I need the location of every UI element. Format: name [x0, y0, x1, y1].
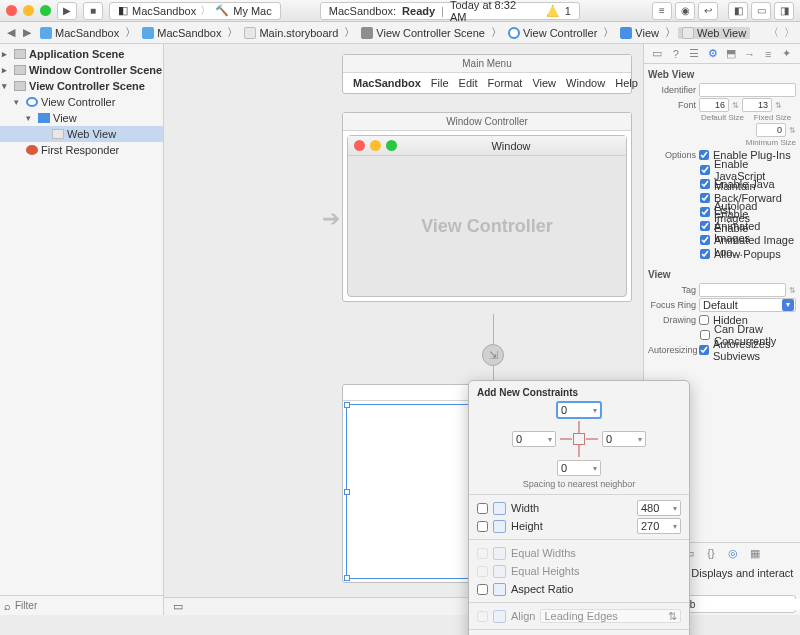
- nav-back-icon[interactable]: ◀: [4, 26, 18, 40]
- crumb-vc[interactable]: View Controller: [504, 27, 601, 39]
- inspector-tab-bar: ▭ ? ☰ ⚙ ⬒ → ≡ ✦: [644, 44, 800, 64]
- node-webview[interactable]: Web View: [0, 126, 163, 142]
- width-icon: [493, 502, 506, 515]
- add-constraints-popover: Add New Constraints 0▾ 0▾ 0▾ 0▾ Spacing …: [468, 380, 690, 635]
- align-check: [477, 611, 488, 622]
- crumb-group[interactable]: MacSandbox: [138, 27, 225, 39]
- opt-java[interactable]: [700, 179, 710, 189]
- window-controller-object[interactable]: Window Controller Window View Controller: [342, 112, 632, 302]
- size-inspector-icon[interactable]: ⬒: [724, 47, 738, 61]
- opt-popups[interactable]: [700, 249, 710, 259]
- identifier-field[interactable]: [699, 83, 796, 97]
- toggle-inspector-icon[interactable]: ◨: [774, 2, 794, 20]
- window-controller-title: Window Controller: [343, 113, 631, 131]
- crumb-webview[interactable]: Web View: [678, 27, 750, 39]
- toggle-navigator-icon[interactable]: ◧: [728, 2, 748, 20]
- aspect-check[interactable]: [477, 584, 488, 595]
- spacing-hint: Spacing to nearest neighbor: [477, 479, 681, 489]
- effects-inspector-icon[interactable]: ✦: [780, 47, 794, 61]
- editor-version-icon[interactable]: ↩: [698, 2, 718, 20]
- outline-toggle-icon[interactable]: ▭: [170, 600, 186, 614]
- node-vc[interactable]: ▾View Controller: [0, 94, 163, 110]
- identity-inspector-icon[interactable]: ☰: [687, 47, 701, 61]
- section-webview: Web View: [648, 67, 796, 82]
- font-fixed-field[interactable]: 13: [742, 98, 772, 112]
- run-button[interactable]: ▶: [57, 2, 77, 20]
- help-inspector-icon[interactable]: ?: [669, 47, 683, 61]
- document-outline: ▸Application Scene ▸Window Controller Sc…: [0, 44, 164, 615]
- lib-objects-icon[interactable]: ◎: [726, 546, 740, 560]
- width-check[interactable]: [477, 503, 488, 514]
- node-first-responder[interactable]: First Responder: [0, 142, 163, 158]
- resize-handle[interactable]: [344, 575, 350, 581]
- main-menu-object[interactable]: Main Menu MacSandboxFileEditFormatViewWi…: [342, 54, 632, 94]
- opt-concurrent[interactable]: [700, 330, 710, 340]
- nav-next-icon[interactable]: 〉: [782, 26, 796, 40]
- library-search-input[interactable]: [677, 599, 800, 610]
- height-icon: [493, 520, 506, 533]
- crumb-scene[interactable]: View Controller Scene: [357, 27, 489, 39]
- top-spacing-field[interactable]: 0▾: [557, 402, 601, 418]
- crumb-project[interactable]: MacSandbox: [36, 27, 123, 39]
- outline-filter[interactable]: ⌕: [0, 595, 163, 615]
- app-icon: ◧: [118, 4, 128, 17]
- equal-widths-check: [477, 548, 488, 559]
- warning-icon[interactable]: [547, 5, 559, 17]
- section-view: View: [648, 267, 796, 282]
- scene-window-controller[interactable]: ▸Window Controller Scene: [0, 62, 163, 78]
- jump-bar: ◀ ▶ MacSandbox 〉 MacSandbox 〉 Main.story…: [0, 22, 800, 44]
- crumb-storyboard[interactable]: Main.storyboard: [240, 27, 342, 39]
- aspect-icon: [493, 583, 506, 596]
- opt-backfwd[interactable]: [700, 193, 710, 203]
- scheme-selector[interactable]: ◧ MacSandbox 〉 🔨 My Mac: [109, 2, 281, 20]
- file-inspector-icon[interactable]: ▭: [650, 47, 664, 61]
- resize-handle[interactable]: [344, 402, 350, 408]
- window-titlebar: ▶ ■ ◧ MacSandbox 〉 🔨 My Mac MacSandbox: …: [0, 0, 800, 22]
- focus-ring-select[interactable]: Default▾: [699, 298, 796, 312]
- min-size-field[interactable]: 0: [756, 123, 786, 137]
- opt-plugins[interactable]: [699, 150, 709, 160]
- opt-js[interactable]: [700, 165, 710, 175]
- zoom-icon[interactable]: [40, 5, 51, 16]
- initial-vc-arrow-icon[interactable]: ➔: [322, 206, 340, 232]
- tag-field[interactable]: [699, 283, 786, 297]
- node-view[interactable]: ▾View: [0, 110, 163, 126]
- opt-anim-loop[interactable]: [700, 235, 710, 245]
- activity-status: MacSandbox: Ready | Today at 8:32 AM 1: [320, 2, 580, 20]
- align-select: Leading Edges⇅: [540, 609, 681, 623]
- crumb-view[interactable]: View: [616, 27, 663, 39]
- font-default-field[interactable]: 16: [699, 98, 729, 112]
- bindings-inspector-icon[interactable]: ≡: [761, 47, 775, 61]
- nav-fwd-icon[interactable]: ▶: [20, 26, 34, 40]
- minimize-icon[interactable]: [23, 5, 34, 16]
- left-spacing-field[interactable]: 0▾: [512, 431, 556, 447]
- resize-handle[interactable]: [344, 489, 350, 495]
- scene-application[interactable]: ▸Application Scene: [0, 46, 163, 62]
- main-menu-title: Main Menu: [343, 55, 631, 73]
- menu-bar[interactable]: MacSandboxFileEditFormatViewWindowHelp: [343, 73, 631, 93]
- opt-hidden[interactable]: [699, 315, 709, 325]
- attributes-inspector-icon[interactable]: ⚙: [706, 47, 720, 61]
- connections-inspector-icon[interactable]: →: [743, 47, 757, 61]
- filter-input[interactable]: [15, 600, 159, 611]
- opt-autoresize[interactable]: [699, 345, 709, 355]
- editor-assistant-icon[interactable]: ◉: [675, 2, 695, 20]
- opt-anim[interactable]: [700, 221, 710, 231]
- bottom-spacing-field[interactable]: 0▾: [557, 460, 601, 476]
- lib-media-icon[interactable]: ▦: [748, 546, 762, 560]
- lib-snippets-icon[interactable]: {}: [704, 546, 718, 560]
- filter-icon: ⌕: [4, 600, 11, 612]
- height-field[interactable]: 270▾: [637, 518, 681, 534]
- close-icon[interactable]: [6, 5, 17, 16]
- width-field[interactable]: 480▾: [637, 500, 681, 516]
- stop-button[interactable]: ■: [83, 2, 103, 20]
- toggle-debug-icon[interactable]: ▭: [751, 2, 771, 20]
- vc-placeholder: View Controller: [348, 156, 626, 296]
- right-spacing-field[interactable]: 0▾: [602, 431, 646, 447]
- equal-heights-check: [477, 566, 488, 577]
- height-check[interactable]: [477, 521, 488, 532]
- nav-prev-icon[interactable]: 〈: [766, 26, 780, 40]
- editor-standard-icon[interactable]: ≡: [652, 2, 672, 20]
- scene-view-controller[interactable]: ▾View Controller Scene: [0, 78, 163, 94]
- opt-autoload[interactable]: [700, 207, 710, 217]
